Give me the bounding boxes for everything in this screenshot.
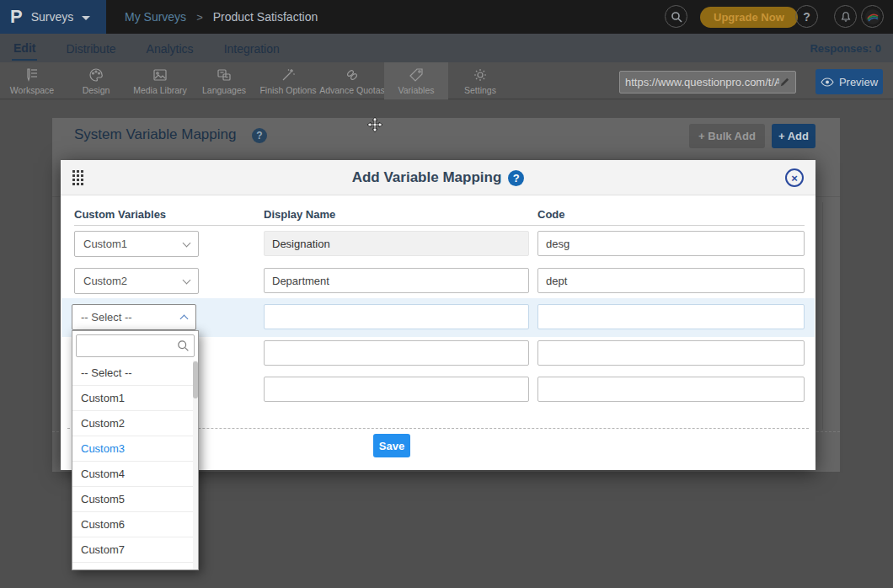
gear-icon <box>472 67 489 83</box>
code-input-row4[interactable] <box>537 340 805 366</box>
breadcrumb-current-survey: Product Satisfaction <box>213 10 318 24</box>
dropdown-option-list: -- Select -- Custom1 Custom2 Custom3 Cus… <box>72 361 198 569</box>
tag-icon <box>408 67 425 83</box>
add-button[interactable]: + Add <box>772 124 815 148</box>
dropdown-option-custom7[interactable]: Custom7 <box>72 537 198 563</box>
chevron-up-icon <box>180 315 189 323</box>
dropdown-option-select[interactable]: -- Select -- <box>72 361 198 386</box>
survey-url-value: https://www.questionpro.com/t/A <box>625 76 779 88</box>
code-input-row1[interactable]: desg <box>537 231 805 256</box>
search-icon <box>671 11 682 23</box>
display-name-input-row4[interactable] <box>264 340 529 366</box>
chain-links-icon <box>344 67 361 83</box>
toolbar-item-advance-quotas[interactable]: Advance Quotas <box>320 62 384 99</box>
dropdown-option-custom1[interactable]: Custom1 <box>72 386 198 411</box>
edit-pencil-icon[interactable] <box>779 77 790 88</box>
avatar-image <box>864 8 881 25</box>
toolbar-item-workspace[interactable]: Workspace <box>0 62 64 99</box>
dropdown-option-partial[interactable] <box>72 563 198 569</box>
display-name-input-row1[interactable]: Designation <box>264 231 529 256</box>
palette-icon <box>88 67 104 83</box>
code-input-row3[interactable] <box>537 304 805 329</box>
drag-handle-icon[interactable] <box>72 169 83 186</box>
user-avatar[interactable] <box>861 5 884 28</box>
code-input-row2[interactable]: dept <box>537 268 805 293</box>
translate-icon <box>216 67 233 83</box>
column-header-custom-variables: Custom Variables <box>74 208 166 221</box>
dropdown-option-custom4[interactable]: Custom4 <box>72 462 198 487</box>
tab-integration[interactable]: Integration <box>222 36 281 60</box>
tab-analytics[interactable]: Analytics <box>145 36 195 60</box>
variable-select-row1[interactable]: Custom1 <box>74 231 199 257</box>
display-name-input-row5[interactable] <box>264 377 529 402</box>
save-button[interactable]: Save <box>373 434 410 457</box>
product-label: Surveys <box>31 10 74 24</box>
dropdown-option-custom2[interactable]: Custom2 <box>72 411 198 436</box>
modal-header <box>61 160 815 195</box>
search-button[interactable] <box>665 5 687 28</box>
code-input-row5[interactable] <box>537 377 805 402</box>
dropdown-option-custom5[interactable]: Custom5 <box>72 487 198 512</box>
toolbar-item-design[interactable]: Design <box>64 62 128 99</box>
variable-select-row3-open[interactable]: -- Select -- <box>72 304 196 330</box>
upgrade-now-button[interactable]: Upgrade Now <box>700 7 798 28</box>
top-bar: P Surveys My Surveys > Product Satisfact… <box>0 0 893 34</box>
toolbar-item-variables[interactable]: Variables <box>384 62 448 99</box>
dropdown-option-custom3[interactable]: Custom3 <box>72 436 198 462</box>
magic-wand-icon <box>280 67 297 83</box>
breadcrumb-separator: > <box>196 11 203 24</box>
chevron-down-icon <box>82 16 90 20</box>
column-header-display-name: Display Name <box>264 208 335 221</box>
survey-nav-tabs: Edit Distribute Analytics Integration <box>0 34 893 62</box>
display-name-input-row3[interactable] <box>264 304 529 329</box>
header-rule <box>74 225 805 226</box>
variable-select-row2[interactable]: Custom2 <box>74 268 199 294</box>
notifications-button[interactable] <box>834 5 857 28</box>
breadcrumb: My Surveys > Product Satisfaction <box>125 0 318 34</box>
toolbar-item-languages[interactable]: Languages <box>192 62 256 99</box>
breadcrumb-my-surveys[interactable]: My Surveys <box>125 10 186 24</box>
close-icon[interactable]: × <box>785 168 804 187</box>
question-mark-icon: ? <box>803 10 810 24</box>
toolbar-item-settings[interactable]: Settings <box>448 62 512 99</box>
help-button[interactable]: ? <box>795 5 818 28</box>
display-name-input-row2[interactable]: Department <box>264 268 529 293</box>
column-header-code: Code <box>537 208 565 221</box>
preview-button[interactable]: Preview <box>815 69 883 94</box>
image-icon <box>152 67 168 83</box>
card-column-divider <box>822 202 823 430</box>
app-screen: P Surveys My Surveys > Product Satisfact… <box>0 0 893 588</box>
dropdown-scrollbar-thumb[interactable] <box>193 361 198 398</box>
search-icon <box>177 339 190 352</box>
toolbar-item-finish-options[interactable]: Finish Options <box>256 62 320 99</box>
dropdown-option-custom6[interactable]: Custom6 <box>72 512 198 537</box>
eye-icon <box>821 78 834 87</box>
chevron-down-icon <box>183 238 191 247</box>
variable-dropdown-panel: -- Select -- Custom1 Custom2 Custom3 Cus… <box>72 330 199 570</box>
chevron-down-icon <box>183 275 191 284</box>
product-switcher[interactable]: P Surveys <box>0 0 106 34</box>
tab-distribute[interactable]: Distribute <box>64 36 117 60</box>
questionpro-logo: P <box>10 8 23 26</box>
toolbar-item-media-library[interactable]: Media Library <box>128 62 192 99</box>
workspace-icon <box>24 67 40 83</box>
bulk-add-button[interactable]: + Bulk Add <box>689 124 765 148</box>
tab-edit[interactable]: Edit <box>12 35 37 61</box>
bell-icon <box>840 11 852 23</box>
responses-count: Responses: 0 <box>810 42 881 55</box>
modal-help-icon[interactable]: ? <box>508 170 524 186</box>
survey-url-field[interactable]: https://www.questionpro.com/t/A <box>619 71 796 94</box>
page-title: System Variable Mapping <box>74 126 236 143</box>
page-help-icon[interactable]: ? <box>252 128 267 143</box>
